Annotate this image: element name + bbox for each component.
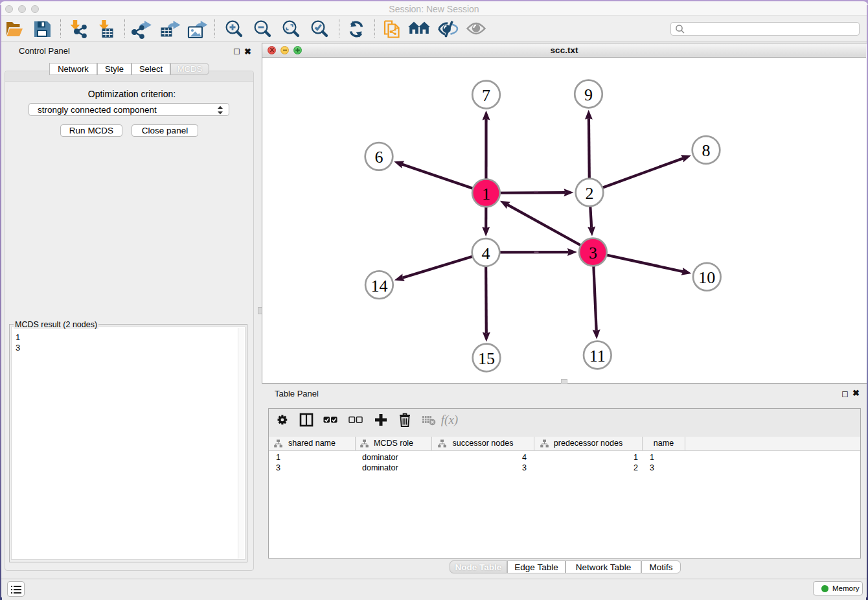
svg-text:8: 8 [702,141,711,160]
svg-text:10: 10 [698,268,715,287]
svg-text:4: 4 [482,244,490,263]
svg-text:9: 9 [584,86,593,104]
svg-text:3: 3 [589,244,597,262]
svg-text:1: 1 [482,185,490,203]
svg-text:15: 15 [478,349,495,368]
svg-text:14: 14 [371,277,387,295]
svg-text:6: 6 [375,148,383,167]
svg-text:7: 7 [482,86,490,105]
svg-text:2: 2 [586,184,594,203]
svg-text:f(x): f(x) [441,413,458,427]
svg-text:11: 11 [589,347,606,365]
